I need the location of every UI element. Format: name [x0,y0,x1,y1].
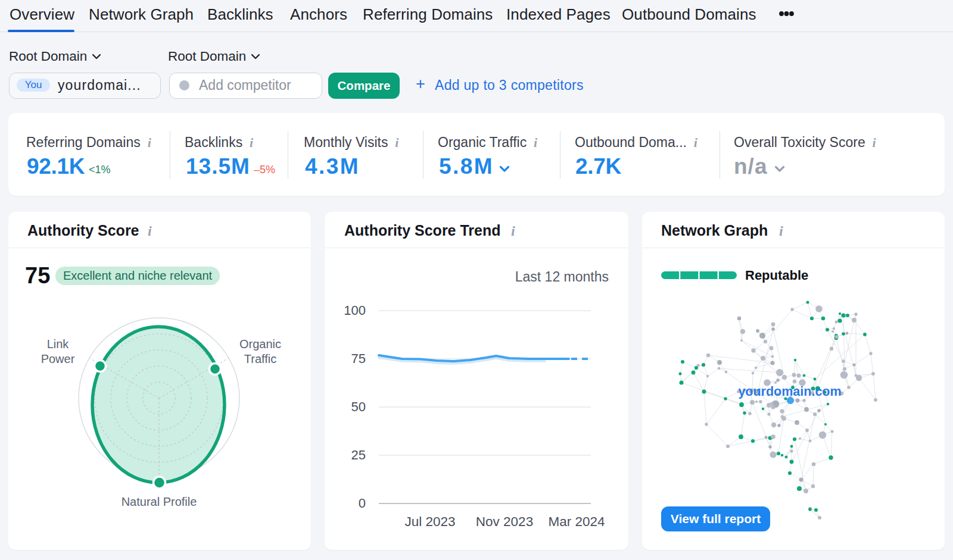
svg-text:50: 50 [351,399,366,414]
svg-text:0: 0 [359,496,366,511]
svg-text:Mar 2024: Mar 2024 [548,514,605,529]
svg-text:100: 100 [344,303,366,318]
svg-text:75: 75 [351,351,366,366]
svg-text:Nov 2023: Nov 2023 [476,514,533,529]
svg-text:Jul 2023: Jul 2023 [404,514,455,529]
svg-text:25: 25 [351,448,366,462]
